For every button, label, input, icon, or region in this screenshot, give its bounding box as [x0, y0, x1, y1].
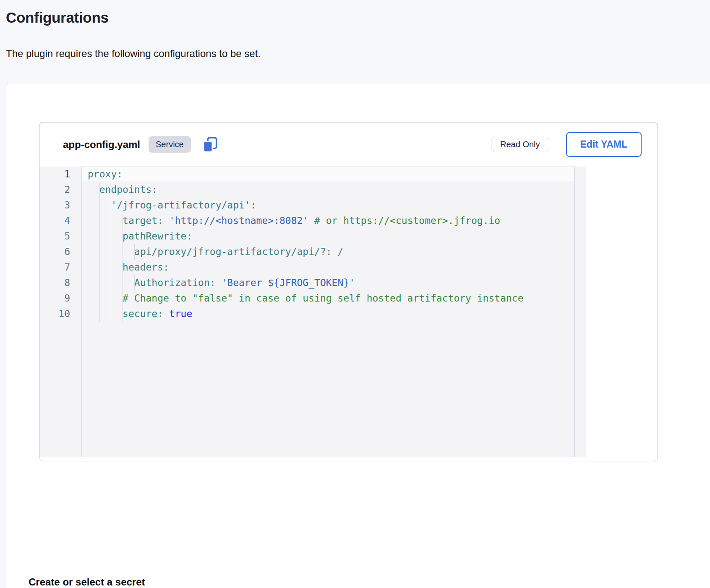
line-number: 8	[39, 275, 82, 291]
code-line-content: secure: true	[82, 306, 574, 322]
code-line-content: proxy:	[82, 167, 574, 182]
secret-section-heading: Create or select a secret	[29, 576, 145, 588]
line-number: 2	[39, 182, 82, 198]
line-number: 1	[39, 167, 82, 182]
code-line-content: '/jfrog-artifactory/api':	[82, 198, 574, 213]
line-number: 4	[39, 213, 82, 229]
indent-guide	[111, 291, 111, 306]
yaml-editor-card: app-config.yaml Service Read Only Edit Y…	[39, 122, 658, 461]
indent-guide	[99, 260, 100, 275]
line-number: 10	[39, 306, 82, 322]
line-number: 6	[39, 244, 82, 260]
code-line[interactable]: 8 Authorization: 'Bearer ${JFROG_TOKEN}'	[39, 275, 574, 291]
indent-guide	[99, 229, 100, 244]
code-line-content: pathRewrite:	[82, 229, 574, 244]
code-line[interactable]: 10 secure: true	[39, 306, 574, 322]
indent-guide	[111, 198, 111, 213]
config-filename: app-config.yaml	[63, 139, 140, 151]
indent-guide	[99, 275, 100, 291]
editor-scrollbar[interactable]	[574, 167, 586, 457]
service-badge: Service	[149, 136, 191, 153]
indent-guide	[134, 275, 135, 291]
indent-guide	[111, 260, 111, 275]
edit-yaml-button[interactable]: Edit YAML	[566, 132, 642, 157]
indent-guide	[99, 182, 100, 198]
line-number: 3	[39, 198, 82, 213]
indent-guide	[111, 306, 111, 322]
indent-guide	[99, 213, 100, 229]
indent-guide	[123, 244, 123, 260]
yaml-code-editor[interactable]: 1proxy:2 endpoints:3 '/jfrog-artifactory…	[39, 167, 586, 457]
indent-guide	[111, 275, 111, 291]
indent-guide	[99, 244, 100, 260]
indent-guide	[111, 244, 111, 260]
indent-guide	[111, 213, 111, 229]
code-line-content: endpoints:	[82, 182, 574, 198]
indent-guide	[123, 306, 123, 322]
line-number: 7	[39, 260, 82, 275]
copy-icon[interactable]	[202, 136, 219, 154]
indent-guide	[99, 291, 100, 306]
page-subtitle: The plugin requires the following config…	[6, 48, 261, 60]
code-line-content: target: 'http://<hostname>:8082' # or ht…	[82, 213, 574, 229]
indent-guide	[123, 260, 123, 275]
page-title: Configurations	[6, 9, 109, 26]
indent-guide	[123, 229, 123, 244]
code-line[interactable]: 6 api/proxy/jfrog-artifactory/api/?: /	[39, 244, 574, 260]
code-line-content: # Change to "false" in case of using sel…	[82, 291, 574, 306]
code-line[interactable]: 7 headers:	[39, 260, 574, 275]
code-line-content: api/proxy/jfrog-artifactory/api/?: /	[82, 244, 574, 260]
indent-guide	[123, 275, 123, 291]
read-only-badge: Read Only	[491, 137, 549, 152]
content-panel: app-config.yaml Service Read Only Edit Y…	[5, 84, 710, 588]
line-number: 9	[39, 291, 82, 306]
code-line[interactable]: 5 pathRewrite:	[39, 229, 574, 244]
gutter-divider	[81, 167, 82, 457]
code-lines: 1proxy:2 endpoints:3 '/jfrog-artifactory…	[39, 167, 586, 322]
code-line-content: Authorization: 'Bearer ${JFROG_TOKEN}'	[82, 275, 574, 291]
code-line[interactable]: 4 target: 'http://<hostname>:8082' # or …	[39, 213, 574, 229]
code-line[interactable]: 9 # Change to "false" in case of using s…	[39, 291, 574, 306]
indent-guide	[99, 198, 100, 213]
indent-guide	[123, 291, 123, 306]
line-number: 5	[39, 229, 82, 244]
code-line[interactable]: 1proxy:	[39, 167, 574, 182]
indent-guide	[99, 306, 100, 322]
code-line-content: headers:	[82, 260, 574, 275]
code-line[interactable]: 2 endpoints:	[39, 182, 574, 198]
code-line[interactable]: 3 '/jfrog-artifactory/api':	[39, 198, 574, 213]
indent-guide	[134, 244, 135, 260]
indent-guide	[111, 229, 111, 244]
editor-card-header: app-config.yaml Service Read Only Edit Y…	[39, 122, 658, 167]
indent-guide	[123, 213, 123, 229]
